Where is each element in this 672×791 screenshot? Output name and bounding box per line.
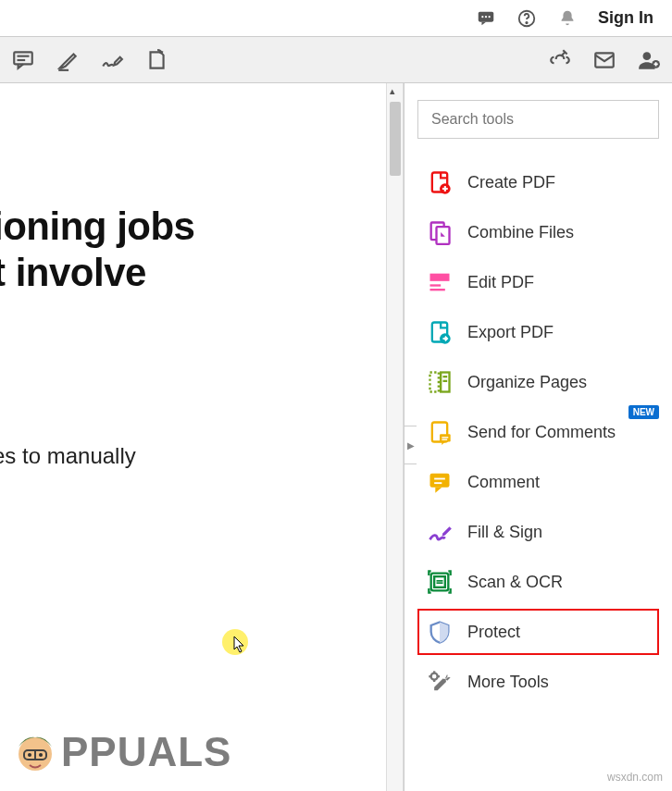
document-scrollbar[interactable]: ▴ bbox=[387, 83, 404, 791]
organize-icon bbox=[425, 367, 454, 397]
svg-point-5 bbox=[526, 21, 527, 22]
tool-item-more-tools[interactable]: More Tools bbox=[417, 659, 659, 705]
tool-item-combine-files[interactable]: Combine Files bbox=[417, 209, 659, 255]
fill-sign-icon bbox=[425, 517, 454, 547]
tool-item-export-pdf[interactable]: Export PDF bbox=[417, 309, 659, 355]
tool-label: Protect bbox=[467, 623, 520, 642]
panel-collapse-handle[interactable]: ▶ bbox=[404, 426, 417, 464]
svg-point-2 bbox=[485, 16, 487, 18]
document-body-text: es to manually bbox=[0, 443, 386, 469]
svg-point-1 bbox=[481, 16, 483, 18]
logo-text: PPUALS bbox=[61, 729, 231, 775]
app-toolbar bbox=[0, 37, 672, 83]
document-heading-line1: ioning jobs bbox=[0, 204, 386, 250]
tool-label: Comment bbox=[467, 473, 540, 492]
sign-in-button[interactable]: Sign In bbox=[598, 8, 653, 28]
edit-pdf-icon bbox=[425, 267, 454, 297]
tool-item-fill-sign[interactable]: Fill & Sign bbox=[417, 509, 659, 555]
combine-files-icon bbox=[425, 217, 454, 247]
create-pdf-icon bbox=[425, 167, 454, 197]
highlighter-icon[interactable] bbox=[56, 48, 80, 72]
tool-label: Combine Files bbox=[467, 223, 574, 242]
tool-label: Export PDF bbox=[467, 323, 554, 342]
app-topbar: Sign In bbox=[0, 0, 672, 37]
main-area: ioning jobs t involve es to manually PPU… bbox=[0, 83, 672, 791]
document-view[interactable]: ioning jobs t involve es to manually PPU… bbox=[0, 83, 387, 791]
document-heading-line2: t involve bbox=[0, 250, 386, 296]
scroll-thumb[interactable] bbox=[390, 102, 401, 176]
protect-icon bbox=[425, 617, 454, 647]
tools-search-input[interactable] bbox=[417, 100, 659, 139]
tool-item-send-comments[interactable]: Send for CommentsNEW bbox=[417, 409, 659, 455]
new-badge: NEW bbox=[628, 405, 659, 419]
tool-item-scan-ocr[interactable]: Scan & OCR bbox=[417, 559, 659, 605]
signature-icon[interactable] bbox=[100, 48, 124, 72]
tool-label: Create PDF bbox=[467, 173, 555, 192]
tool-label: Organize Pages bbox=[467, 373, 587, 392]
comment-tool-icon[interactable] bbox=[11, 48, 35, 72]
add-person-icon[interactable] bbox=[637, 48, 661, 72]
svg-rect-6 bbox=[14, 52, 32, 64]
tool-item-organize[interactable]: Organize Pages bbox=[417, 359, 659, 405]
tool-list: Create PDFCombine FilesEdit PDFExport PD… bbox=[417, 159, 659, 705]
svg-point-11 bbox=[643, 52, 652, 60]
document-heading: ioning jobs t involve bbox=[0, 204, 386, 295]
svg-point-3 bbox=[489, 16, 491, 18]
send-comments-icon bbox=[425, 417, 454, 447]
tool-item-edit-pdf[interactable]: Edit PDF bbox=[417, 259, 659, 305]
scan-ocr-icon bbox=[425, 567, 454, 597]
link-cloud-icon[interactable] bbox=[548, 48, 572, 72]
scroll-up-icon[interactable]: ▴ bbox=[390, 85, 395, 97]
bell-icon[interactable] bbox=[557, 8, 578, 29]
export-pdf-icon bbox=[425, 317, 454, 347]
appuals-logo: PPUALS bbox=[9, 726, 231, 778]
chat-icon[interactable] bbox=[476, 8, 496, 29]
tool-label: Send for Comments bbox=[467, 423, 616, 442]
tool-label: Edit PDF bbox=[467, 273, 534, 292]
tool-item-create-pdf[interactable]: Create PDF bbox=[417, 159, 659, 205]
more-tools-icon bbox=[425, 667, 454, 697]
logo-face-icon bbox=[9, 726, 61, 778]
tool-item-comment[interactable]: Comment bbox=[417, 459, 659, 505]
tools-panel: ▶ Create PDFCombine FilesEdit PDFExport … bbox=[404, 83, 672, 791]
page-rotate-icon[interactable] bbox=[144, 48, 168, 72]
svg-point-18 bbox=[28, 753, 31, 757]
comment-icon bbox=[425, 467, 454, 497]
tool-label: Fill & Sign bbox=[467, 523, 542, 542]
help-icon[interactable] bbox=[516, 8, 537, 29]
email-icon[interactable] bbox=[592, 48, 616, 72]
svg-point-19 bbox=[39, 753, 43, 757]
watermark-text: wsxdn.com bbox=[607, 771, 663, 784]
tool-item-protect[interactable]: Protect bbox=[417, 609, 659, 655]
tool-label: Scan & OCR bbox=[467, 573, 563, 592]
cursor-arrow-icon bbox=[233, 636, 246, 654]
tool-label: More Tools bbox=[467, 673, 549, 692]
